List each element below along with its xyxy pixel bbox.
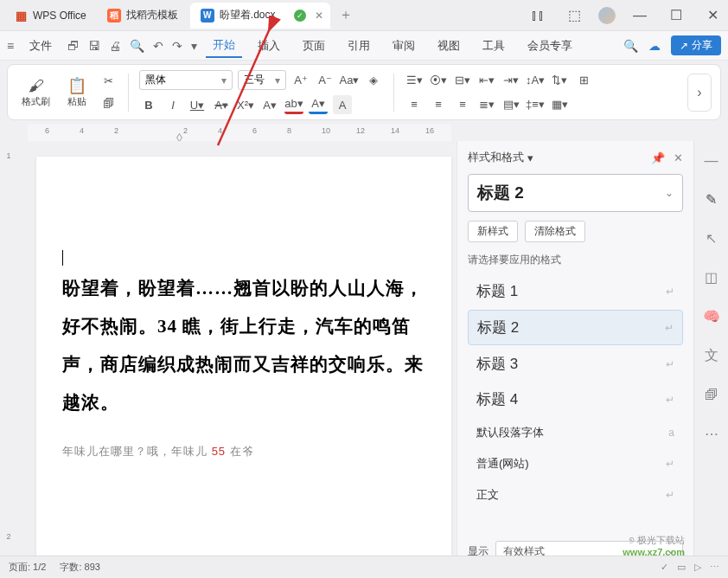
increase-font-icon[interactable]: A⁺	[291, 71, 310, 90]
underline-button[interactable]: U▾	[188, 95, 207, 114]
ribbon-expand-button[interactable]: ›	[687, 74, 712, 112]
strikethrough-button[interactable]: A▾	[212, 95, 231, 114]
pencil-icon[interactable]: ✎	[706, 191, 717, 208]
tab-close-icon[interactable]: ✕	[315, 10, 323, 22]
heading-paragraph[interactable]: 盼望着，盼望着……翘首以盼的人山人海，好不热闹。34 瞧，街上行走，汽车的鸣笛声…	[62, 269, 425, 421]
align-center-icon[interactable]: ≡	[429, 95, 448, 114]
more-icon[interactable]: ⋯	[710, 562, 719, 573]
document-viewport[interactable]: H₂ ⋮⋮ 盼望着，盼望着……翘首以盼的人山人海，好不热闹。34 瞧，街上行走，…	[17, 141, 457, 578]
note-icon[interactable]: 🗊	[705, 388, 718, 403]
sort-icon[interactable]: ⇅▾	[550, 71, 569, 90]
close-panel-icon[interactable]: ✕	[674, 151, 683, 164]
font-color-button[interactable]: A▾	[309, 95, 328, 114]
copy-icon[interactable]: 🗐	[99, 94, 118, 113]
style-item-normal-web[interactable]: 普通(网站) ↵	[468, 449, 683, 478]
tab-document-active[interactable]: W 盼望着.docx ✓ ✕	[190, 3, 331, 29]
style-item-default-font[interactable]: 默认段落字体 a	[468, 418, 683, 447]
style-item-heading4[interactable]: 标题 4 ↵	[468, 382, 683, 416]
align-left-icon[interactable]: ≡	[405, 95, 424, 114]
export-icon[interactable]: 🗗	[67, 39, 80, 53]
new-style-button[interactable]: 新样式	[468, 221, 518, 242]
format-brush-button[interactable]: 🖌 格式刷	[16, 75, 55, 110]
style-item-heading2[interactable]: 标题 2 ↵	[468, 310, 683, 345]
bold-button[interactable]: B	[139, 95, 158, 114]
clear-format-button[interactable]: 清除格式	[525, 221, 585, 242]
heading-level-indicator[interactable]: H₂ ⋮⋮	[17, 273, 21, 285]
minus-icon[interactable]: —	[705, 153, 718, 169]
current-style-box[interactable]: 标题 2 ⌄	[468, 174, 683, 212]
paste-button[interactable]: 📋 粘贴	[62, 74, 92, 110]
outdent-icon[interactable]: ⇤▾	[477, 71, 496, 90]
print-icon[interactable]: 🖨	[109, 39, 121, 53]
window-minimize[interactable]: —	[628, 8, 652, 23]
cloud-icon[interactable]: ☁	[648, 39, 661, 53]
hamburger-icon[interactable]: ≡	[7, 39, 14, 53]
menu-view[interactable]: 视图	[431, 35, 467, 57]
align-justify-icon[interactable]: ≣▾	[477, 95, 496, 114]
window-close[interactable]: ✕	[700, 7, 725, 23]
indent-icon[interactable]: ⇥▾	[501, 71, 520, 90]
new-tab-button[interactable]: ＋	[330, 6, 361, 24]
align-right-icon[interactable]: ≡	[453, 95, 472, 114]
menu-start[interactable]: 开始	[206, 34, 242, 58]
body-paragraph[interactable]: 年味儿在哪里？哦，年味儿 55 在爷	[62, 444, 425, 459]
bullet-list-icon[interactable]: ☰▾	[405, 71, 424, 90]
panel-title-dropdown[interactable]: 样式和格式 ▾	[468, 150, 533, 165]
menu-member[interactable]: 会员专享	[520, 35, 579, 57]
document-page[interactable]: H₂ ⋮⋮ 盼望着，盼望着……翘首以盼的人山人海，好不热闹。34 瞧，街上行走，…	[36, 157, 451, 572]
menu-page[interactable]: 页面	[296, 35, 332, 57]
menu-review[interactable]: 审阅	[386, 35, 422, 57]
font-family-select[interactable]: 黑体 ▾	[139, 70, 233, 90]
font-size-select[interactable]: 三号 ▾	[238, 70, 286, 90]
undo-icon[interactable]: ↶	[153, 39, 163, 53]
menu-reference[interactable]: 引用	[341, 35, 377, 57]
window-maximize[interactable]: ☐	[664, 7, 688, 23]
box-icon[interactable]: ⬚	[562, 7, 586, 23]
brain-icon[interactable]: 🧠	[703, 308, 720, 324]
highlight-color-button[interactable]: ab▾	[284, 95, 303, 114]
number-list-icon[interactable]: ⦿▾	[429, 71, 448, 90]
menu-file[interactable]: 文件	[22, 35, 59, 57]
line-spacing-icon[interactable]: ‡≡▾	[526, 95, 545, 114]
pin-icon[interactable]: 📌	[651, 151, 665, 164]
distribute-icon[interactable]: ▤▾	[501, 95, 520, 114]
tab-wps-office[interactable]: ▦ WPS Office	[3, 3, 97, 29]
decrease-font-icon[interactable]: A⁻	[316, 71, 335, 90]
change-case-icon[interactable]: Aa▾	[340, 71, 359, 90]
play-icon[interactable]: ▷	[694, 562, 701, 573]
menu-tools[interactable]: 工具	[476, 35, 512, 57]
reading-mode-icon[interactable]: ▭	[677, 562, 686, 573]
dropdown-icon[interactable]: ▾	[191, 39, 197, 53]
reader-icon[interactable]: ⫿⫿	[526, 8, 550, 23]
user-avatar[interactable]	[598, 7, 616, 24]
share-button[interactable]: ↗ 分享	[671, 35, 721, 55]
style-item-heading3[interactable]: 标题 3 ↵	[468, 347, 683, 381]
clear-format-icon[interactable]: ◈	[364, 71, 383, 90]
style-item-heading1[interactable]: 标题 1 ↵	[468, 274, 683, 308]
word-count[interactable]: 字数: 893	[60, 561, 99, 574]
cursor-select-icon[interactable]: ↖	[706, 230, 717, 247]
ruler[interactable]: 6 4 2 2 4 6 8 10 12 14 16 ◊	[28, 124, 451, 141]
preview-icon[interactable]: 🔍	[130, 39, 144, 53]
redo-icon[interactable]: ↷	[172, 39, 182, 53]
page-indicator[interactable]: 页面: 1/2	[9, 561, 46, 574]
search-icon[interactable]: 🔍	[623, 39, 638, 53]
text-effect-button[interactable]: A▾	[260, 95, 279, 114]
spellcheck-icon[interactable]: ✓	[661, 562, 668, 573]
char-shading-button[interactable]: A	[333, 95, 352, 114]
menu-insert[interactable]: 插入	[251, 35, 287, 57]
cut-icon[interactable]: ✂	[99, 72, 118, 91]
drag-handle-icon[interactable]: ⋮⋮	[17, 273, 21, 285]
shading-icon[interactable]: ▦▾	[550, 95, 569, 114]
italic-button[interactable]: I	[163, 95, 182, 114]
superscript-button[interactable]: X²▾	[236, 95, 255, 114]
more-tools-icon[interactable]: ⋯	[705, 426, 718, 442]
style-item-body[interactable]: 正文 ↵	[468, 480, 683, 510]
shapes-icon[interactable]: ◫	[705, 269, 718, 286]
translate-icon[interactable]: 文	[705, 347, 718, 365]
tab-stops-icon[interactable]: ⊞	[574, 71, 593, 90]
multilevel-list-icon[interactable]: ⊟▾	[453, 71, 472, 90]
save-icon[interactable]: 🖫	[88, 39, 100, 53]
text-direction-icon[interactable]: ↕A▾	[526, 71, 545, 90]
tab-template[interactable]: 稻 找稻壳模板	[97, 3, 188, 29]
